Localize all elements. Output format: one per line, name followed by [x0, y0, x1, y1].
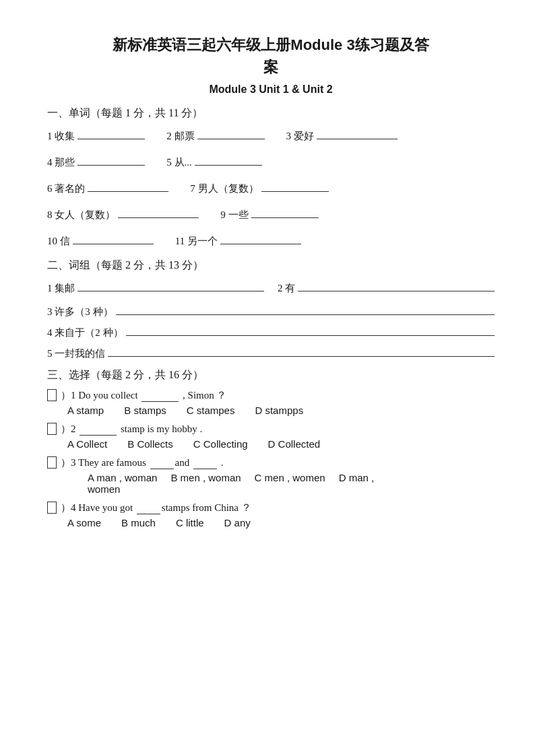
phrase-blank-1 [77, 291, 264, 291]
section3-header: 三、选择（每题 2 分，共 16 分） [47, 368, 495, 382]
mc-q3-optA: A man , woman [88, 472, 157, 483]
mc-q1-optB: B stamps [124, 405, 166, 416]
mc-q1-optD: D stampps [255, 405, 303, 416]
vocab-item-10: 10 信 [47, 232, 155, 250]
blank-3 [317, 139, 398, 139]
blank-4 [77, 165, 145, 166]
blank-q1 [141, 401, 179, 402]
blank-10 [73, 244, 154, 244]
mc-question-4: ）4 Have you got stamps from China ？ A so… [47, 502, 495, 528]
mc-q4-optA: A some [67, 517, 101, 528]
mc-question-1: ）1 Do you collect , Simon ？ A stamp B st… [47, 389, 495, 416]
vocab-row-4: 8 女人（复数） 9 一些 [47, 206, 495, 224]
mc-q4-optC: C little [176, 517, 204, 528]
phrase-blank-5 [108, 356, 495, 357]
phrase-blank-2 [298, 291, 495, 291]
mc-q3-line: ）3 They are famous and . [47, 456, 495, 469]
section2-header: 二、词组（每题 2 分，共 13 分） [47, 259, 495, 273]
vocab-item-7: 7 男人（复数） [190, 180, 329, 198]
blank-5 [195, 165, 262, 166]
phrase-row-4: 5 一封我的信 [47, 347, 495, 360]
mc-q1-options: A stamp B stamps C stampes D stampps [47, 405, 495, 416]
mc-q2-optA: A Collect [67, 438, 107, 450]
vocab-row-2: 4 那些 5 从... [47, 153, 495, 172]
mc-q3-optC: C men , women [255, 472, 325, 483]
mc-q1-line: ）1 Do you collect , Simon ？ [47, 389, 495, 402]
mc-bracket-1 [47, 389, 57, 401]
blank-q3b [193, 469, 217, 469]
mc-q3-options: A man , woman B men , woman C men , wome… [47, 472, 495, 483]
blank-11 [220, 244, 301, 244]
vocab-item-5: 5 从... [166, 153, 263, 172]
vocab-row-3: 6 著名的 7 男人（复数） [47, 180, 495, 198]
vocab-item-11: 11 另一个 [175, 232, 303, 250]
title-suffix: 练习题及答 [355, 36, 429, 53]
phrase-item-2: 2 有 [278, 279, 495, 298]
title-chinese: 新标准英语三起六年级上册 [113, 36, 290, 53]
vocab-item-6: 6 著名的 [47, 180, 170, 198]
mc-q1-optA: A stamp [67, 405, 104, 416]
mc-bracket-4 [47, 502, 57, 514]
blank-q3a [150, 469, 174, 469]
vocab-row-1: 1 收集 2 邮票 3 爱好 [47, 127, 495, 145]
mc-bracket-2 [47, 423, 57, 435]
title-an: 案 [263, 59, 278, 75]
phrase-row-1: 1 集邮 2 有 [47, 279, 495, 298]
blank-2 [197, 139, 265, 139]
mc-q2-optD: D Collected [268, 438, 321, 450]
phrase-item-1: 1 集邮 [47, 279, 264, 298]
mc-q2-optB: B Collects [127, 438, 173, 450]
mc-bracket-3 [47, 456, 57, 469]
vocab-item-1: 1 收集 [47, 127, 146, 145]
title-module: Module 3 [290, 36, 354, 53]
blank-1 [77, 139, 145, 139]
mc-q4-optD: D any [224, 517, 251, 528]
blank-6 [88, 191, 168, 192]
mc-q4-line: ）4 Have you got stamps from China ？ [47, 502, 495, 514]
blank-8 [118, 217, 199, 218]
blank-q4 [137, 514, 160, 514]
mc-q2-options: A Collect B Collects C Collecting D Coll… [47, 438, 495, 450]
mc-q2-line: ）2 stamp is my hobby . [47, 423, 495, 436]
vocab-item-3: 3 爱好 [286, 127, 399, 145]
mc-q1-optC: C stampes [187, 405, 235, 416]
mc-q4-optB: B much [121, 517, 156, 528]
vocab-row-5: 10 信 11 另一个 [47, 232, 495, 250]
mc-question-2: ）2 stamp is my hobby . A Collect B Colle… [47, 423, 495, 450]
mc-q3-optD: D man , [339, 472, 375, 483]
mc-q3-option-d-extra: women [47, 483, 495, 495]
section1-header: 一、单词（每题 1 分，共 11 分） [47, 106, 495, 121]
mc-q4-options: A some B much C little D any [47, 517, 495, 528]
vocab-item-9: 9 一些 [220, 206, 319, 224]
vocab-item-8: 8 女人（复数） [47, 206, 200, 224]
vocab-item-4: 4 那些 [47, 153, 146, 172]
mc-q2-optC: C Collecting [193, 438, 248, 450]
blank-q2 [80, 435, 117, 436]
mc-q3-optB: B men , woman [170, 472, 241, 483]
phrase-row-3: 4 来自于（2 种） [47, 327, 495, 339]
blank-9 [251, 217, 319, 218]
blank-7 [261, 191, 329, 192]
mc-question-3: ）3 They are famous and . A man , woman B… [47, 456, 495, 495]
phrase-blank-3 [116, 314, 495, 315]
phrase-blank-4 [126, 335, 495, 336]
page-title: 新标准英语三起六年级上册Module 3练习题及答 案 [47, 34, 495, 78]
phrase-row-2: 3 许多（3 种） [47, 306, 495, 318]
vocab-item-2: 2 邮票 [166, 127, 265, 145]
subtitle: Module 3 Unit 1 & Unit 2 [47, 83, 495, 96]
